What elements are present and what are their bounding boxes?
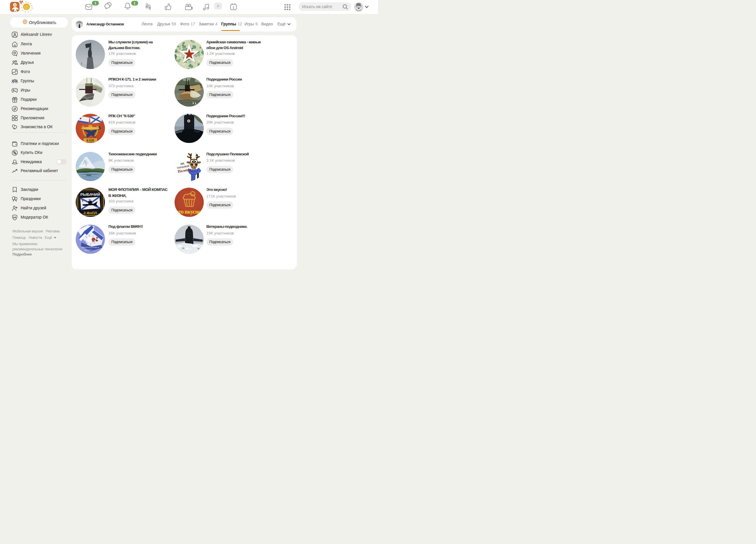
svg-text:К-530: К-530	[86, 139, 94, 142]
svg-text:1: 1	[233, 6, 235, 9]
svg-text:ОДНОКЛА: ОДНОКЛА	[84, 249, 92, 251]
svg-text:ОДНОКЛАССНИКИ: ОДНОКЛАССНИКИ	[183, 252, 195, 253]
svg-text:ОДНОКЛАССНИКИ.И: ОДНОКЛАССНИКИ.И	[81, 246, 99, 248]
svg-text:2 ФлПЛ: 2 ФлПЛ	[84, 211, 97, 215]
svg-text:РЫБАЧИЙ: РЫБАЧИЙ	[80, 192, 100, 197]
